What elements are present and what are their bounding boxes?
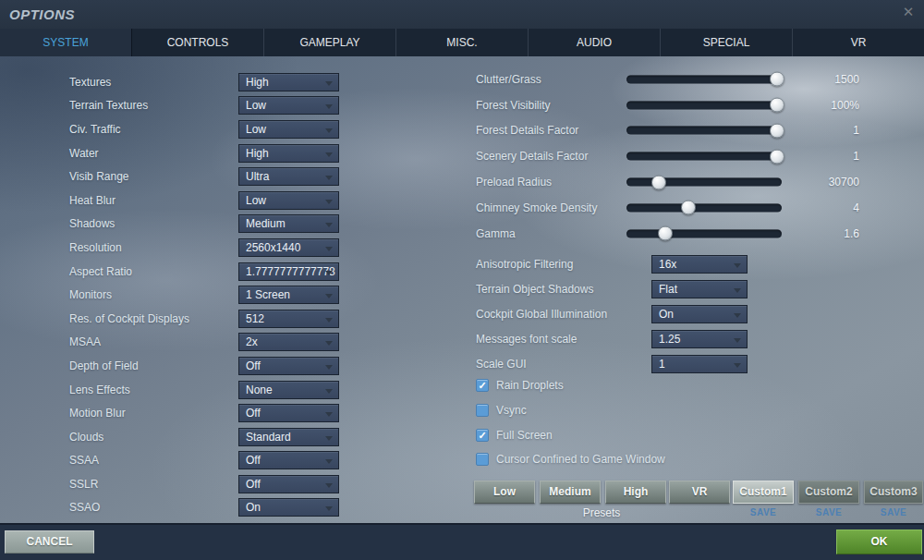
dropdown-value: 1: [652, 356, 747, 372]
dropdown-civ-traffic[interactable]: Low: [238, 120, 339, 139]
dropdown-terrain-object-shadows[interactable]: Flat: [651, 280, 748, 298]
slider-label: Forest Details Factor: [476, 124, 578, 137]
slider-handle[interactable]: [651, 175, 666, 189]
chevron-down-icon: [325, 104, 333, 109]
slider-handle[interactable]: [681, 201, 696, 215]
setting-label: Civ. Traffic: [69, 123, 121, 136]
setting-row-motion-blur: Motion Blur Off: [0, 401, 462, 425]
dropdown-heat-blur[interactable]: Low: [238, 191, 339, 210]
tab-gameplay[interactable]: GAMEPLAY: [264, 29, 396, 56]
checked-checkbox[interactable]: ✓: [476, 429, 489, 442]
dropdown-value: 1.25: [652, 331, 747, 347]
save-custom2-link[interactable]: SAVE: [798, 507, 859, 517]
dropdown-res-of-cockpit-displays[interactable]: 512: [238, 310, 339, 328]
dropdown-value: Off: [239, 452, 338, 469]
dropdown-terrain-textures[interactable]: Low: [238, 96, 339, 115]
dropdown-sslr[interactable]: Off: [238, 475, 339, 493]
chevron-down-icon: [325, 271, 333, 275]
dropdown-depth-of-field[interactable]: Off: [238, 357, 339, 375]
chevron-down-icon: [325, 341, 333, 346]
unchecked-checkbox[interactable]: [476, 404, 489, 417]
ok-button[interactable]: OK: [836, 530, 922, 554]
slider-track-chimney-smoke-density[interactable]: [626, 203, 782, 212]
preset-custom3-button[interactable]: Custom3: [864, 481, 923, 504]
dropdown-value: 2x: [239, 334, 338, 350]
dropdown-anisotropic-filtering[interactable]: 16x: [651, 255, 748, 274]
slider-row-preload-radius: Preload Radius 30700: [462, 169, 924, 195]
setting-label: Anisotropic Filtering: [476, 258, 573, 271]
dropdown-motion-blur[interactable]: Off: [238, 404, 339, 422]
slider-handle[interactable]: [770, 72, 784, 87]
slider-track-forest-details-factor[interactable]: [626, 127, 782, 135]
dropdown-value: On: [652, 306, 747, 323]
save-custom3-link[interactable]: SAVE: [863, 507, 924, 517]
dropdown-messages-font-scale[interactable]: 1.25: [651, 330, 748, 348]
cancel-button[interactable]: CANCEL: [5, 530, 94, 554]
dropdown-value: Low: [239, 97, 338, 114]
preset-high-button[interactable]: High: [605, 481, 666, 504]
slider-handle[interactable]: [658, 226, 673, 241]
chevron-down-icon: [325, 247, 333, 251]
setting-label: Textures: [69, 76, 111, 89]
slider-track-scenery-details-factor[interactable]: [626, 152, 782, 161]
slider-value: 1: [853, 124, 859, 137]
setting-row-civ-traffic: Civ. Traffic Low: [0, 117, 462, 141]
dropdown-textures[interactable]: High: [238, 73, 339, 91]
checked-checkbox[interactable]: ✓: [476, 379, 489, 392]
slider-value: 100%: [831, 99, 859, 112]
dropdown-resolution[interactable]: 2560x1440: [238, 238, 339, 257]
chevron-down-icon: [325, 483, 333, 488]
tab-vr[interactable]: VR: [793, 29, 924, 56]
setting-row-msaa: MSAA 2x: [0, 331, 462, 355]
save-custom1-link[interactable]: SAVE: [733, 507, 794, 517]
slider-value: 1.6: [844, 227, 859, 240]
tab-misc[interactable]: MISC.: [396, 29, 529, 56]
dropdown-value: Flat: [652, 281, 747, 298]
chevron-down-icon: [734, 338, 741, 343]
dropdown-water[interactable]: High: [238, 144, 339, 163]
checkbox-row-full-screen: ✓ Full Screen: [462, 422, 924, 447]
dropdown-aspect-ratio[interactable]: 1.7777777777778: [238, 262, 339, 281]
dropdown-value: Standard: [239, 429, 338, 445]
slider-handle[interactable]: [770, 98, 784, 113]
dropdown-value: Ultra: [239, 168, 338, 185]
chevron-down-icon: [325, 223, 333, 227]
dropdown-shadows[interactable]: Medium: [238, 214, 339, 233]
preset-custom1-button[interactable]: Custom1: [733, 481, 794, 504]
tab-special[interactable]: SPECIAL: [661, 29, 793, 56]
dropdown-clouds[interactable]: Standard: [238, 428, 339, 446]
dropdown-ssaa[interactable]: Off: [238, 451, 339, 469]
slider-handle[interactable]: [770, 123, 784, 138]
slider-handle[interactable]: [770, 149, 784, 164]
tab-audio[interactable]: AUDIO: [529, 29, 661, 56]
slider-track-clutter-grass[interactable]: [626, 75, 782, 83]
dropdown-cockpit-global-illumination[interactable]: On: [651, 305, 748, 323]
close-icon[interactable]: ✕: [900, 4, 917, 20]
chevron-down-icon: [325, 294, 333, 298]
slider-label: Chimney Smoke Density: [476, 201, 597, 214]
setting-row-depth-of-field: Depth of Field Off: [0, 354, 462, 378]
dropdown-ssao[interactable]: On: [238, 498, 339, 517]
preset-custom2-button[interactable]: Custom2: [798, 481, 859, 504]
dropdown-monitors[interactable]: 1 Screen: [238, 286, 339, 304]
check-icon: ✓: [478, 380, 486, 391]
dropdown-value: High: [239, 74, 338, 91]
dropdown-scale-gui[interactable]: 1: [651, 355, 748, 373]
page-title: OPTIONS: [9, 6, 75, 22]
checkbox-label: Vsync: [496, 404, 527, 417]
slider-track-preload-radius[interactable]: [626, 178, 782, 187]
slider-track-forest-visibility[interactable]: [626, 101, 782, 109]
dropdown-visib-range[interactable]: Ultra: [238, 167, 339, 186]
dropdown-lens-effects[interactable]: None: [238, 381, 339, 399]
preset-medium-button[interactable]: Medium: [540, 481, 601, 504]
dropdown-msaa[interactable]: 2x: [238, 333, 339, 351]
chevron-down-icon: [325, 81, 333, 86]
preset-low-button[interactable]: Low: [474, 481, 535, 504]
preset-vr-button[interactable]: VR: [669, 481, 730, 504]
unchecked-checkbox[interactable]: [476, 453, 489, 466]
slider-track-gamma[interactable]: [626, 229, 782, 237]
tab-system[interactable]: SYSTEM: [0, 29, 132, 56]
tab-controls[interactable]: CONTROLS: [132, 29, 264, 56]
dropdown-value: 1.7777777777778: [239, 263, 338, 280]
slider-row-scenery-details-factor: Scenery Details Factor 1: [462, 143, 924, 169]
